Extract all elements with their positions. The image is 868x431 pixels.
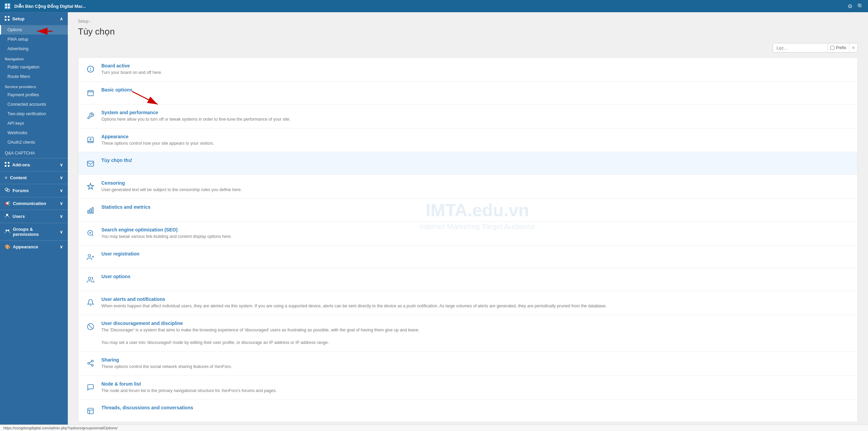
communication-icon: 📢 [5,201,10,206]
svg-rect-2 [5,6,7,8]
sidebar-item-public-navigation[interactable]: Public navigation [0,62,68,72]
option-basic-options[interactable]: Basic options [78,82,857,104]
option-user-options[interactable]: User options [78,268,857,291]
appearance-main-text: Appearance These options control how you… [101,134,851,147]
sidebar-addons-header[interactable]: Add-ons ∨ [0,158,68,171]
sidebar-item-api-keys[interactable]: API keys [0,119,68,128]
app-logo [4,3,11,9]
option-censoring[interactable]: Censoring User-generated text will be su… [78,175,857,199]
seo-icon [85,228,96,239]
sidebar-item-pwa-setup[interactable]: PWA setup [0,35,68,44]
setup-chevron-icon: ∧ [60,16,63,21]
users-chevron-icon: ∨ [60,214,63,219]
option-appearance[interactable]: Appearance These options control how you… [78,128,857,152]
option-board-active[interactable]: Board active Turn your board on and off … [78,58,857,82]
option-seo[interactable]: Search engine optimization (SEO) You may… [78,222,857,246]
option-threads-discussions[interactable]: Threads, discussions and conversations [78,399,857,422]
user-alerts-title: User alerts and notifications [101,296,851,302]
prefix-label[interactable]: Prefix [827,44,849,52]
board-active-desc: Turn your board on and off here. [101,69,851,76]
sidebar-item-options[interactable]: Options [0,25,68,35]
addons-label: Add-ons [12,162,30,167]
user-discouragement-desc: The 'Discourager' is a system that aims … [101,327,851,346]
sidebar-groups-header[interactable]: Groups & permissions ∨ [0,223,68,240]
sharing-text: Sharing These options control the social… [101,357,851,370]
settings-icon[interactable]: ⚙ [848,3,852,9]
sharing-desc: These options control the social network… [101,364,851,370]
sidebar-item-two-step-verification[interactable]: Two-step verification [0,109,68,119]
app-title: Diễn Đàn Cộng Đồng Digital Mar... [14,4,86,9]
sidebar-item-route-filters[interactable]: Route filters [0,72,68,81]
sidebar-communication-header[interactable]: 📢 Communication ∨ [0,197,68,209]
option-email-options[interactable]: Tùy chọn thư [78,152,857,175]
svg-point-34 [88,254,91,257]
option-user-discouragement[interactable]: User discouragement and discipline The '… [78,315,857,352]
content-label: Content [10,175,27,180]
option-statistics[interactable]: Statistics and metrics [78,199,857,222]
svg-rect-9 [8,162,9,164]
statusbar: https://congdongdigital.com/admin.php?op… [0,425,868,431]
svg-point-40 [92,360,94,362]
sidebar-item-oauth2-clients[interactable]: OAuth2 clients [0,138,68,147]
user-alerts-text: User alerts and notifications When event… [101,296,851,309]
users-icon [5,213,10,219]
svg-rect-0 [5,4,7,6]
user-options-text: User options [101,274,851,280]
svg-rect-5 [8,16,9,18]
appearance-icon: 🎨 [5,244,10,249]
sidebar-item-advertising[interactable]: Advertising [0,44,68,54]
forums-label: Forums [13,188,29,193]
breadcrumb: Setup › [78,19,858,24]
node-forum-list-text: Node & forum list The node and forum lis… [101,381,851,394]
sidebar-item-webhooks[interactable]: Webhooks [0,128,68,138]
statistics-icon [85,205,96,216]
threads-discussions-icon [85,406,96,416]
search-bar-row: Prefix × [78,43,858,53]
svg-rect-7 [8,19,9,21]
email-options-title: Tùy chọn thư [101,158,851,163]
svg-point-14 [6,214,8,216]
sidebar-item-captcha[interactable]: Q&A CAPTCHA [0,148,68,158]
sidebar-addons-section: Add-ons ∨ [0,158,68,171]
user-options-title: User options [101,274,851,279]
sidebar-group-navigation: Navigation [0,54,68,62]
system-performance-icon [85,110,96,121]
groups-label: Groups & permissions [13,227,60,237]
sidebar-item-connected-accounts[interactable]: Connected accounts [0,100,68,109]
search-icon[interactable]: 🔍 [857,3,864,9]
censoring-icon [85,181,96,192]
search-close-button[interactable]: × [849,43,857,52]
option-user-registration[interactable]: User registration [78,246,857,268]
system-performance-text: System and performance Options here allo… [101,110,851,123]
topbar-right: ⚙ 🔍 [848,3,864,9]
option-node-forum-list[interactable]: Node & forum list The node and forum lis… [78,376,857,400]
sidebar-users-header[interactable]: Users ∨ [0,210,68,223]
sidebar-appearance-header[interactable]: 🎨 Appearance ∨ [0,241,68,253]
appearance-main-title: Appearance [101,134,851,139]
appearance-chevron-icon: ∨ [60,244,63,249]
page-title: Tùy chọn [78,26,858,37]
option-sharing[interactable]: Sharing These options control the social… [78,352,857,376]
basic-options-title: Basic options [101,87,851,93]
breadcrumb-parent[interactable]: Setup [78,19,88,24]
basic-options-icon [85,88,96,99]
search-input[interactable] [773,44,827,52]
svg-point-37 [88,277,91,280]
sidebar-setup-header[interactable]: Setup ∧ [0,12,68,25]
user-discouragement-icon [85,321,96,332]
users-label: Users [13,214,25,219]
sidebar-item-payment-profiles[interactable]: Payment profiles [0,90,68,100]
sidebar-content-header[interactable]: ≡ Content ∨ [0,171,68,184]
content-icon: ≡ [5,175,7,180]
prefix-checkbox[interactable] [830,46,834,50]
censoring-text: Censoring User-generated text will be su… [101,180,851,193]
addons-icon [5,162,9,168]
pwa-setup-label: PWA setup [7,37,28,42]
breadcrumb-separator: › [90,19,91,24]
sidebar-forums-header[interactable]: Forums ∨ [0,184,68,197]
svg-point-41 [88,362,90,364]
option-system-performance[interactable]: System and performance Options here allo… [78,104,857,128]
status-url: https://congdongdigital.com/admin.php?op… [3,426,118,430]
option-user-alerts[interactable]: User alerts and notifications When event… [78,291,857,315]
svg-rect-20 [88,90,94,96]
